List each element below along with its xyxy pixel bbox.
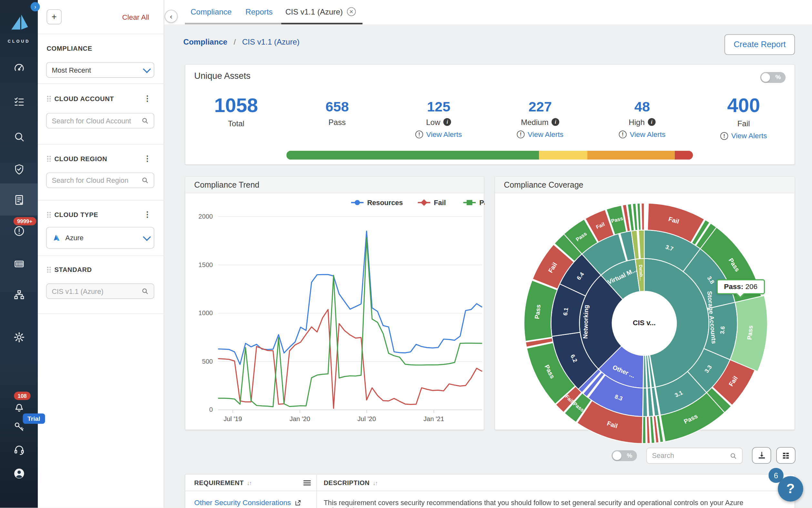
sidebar-item-settings[interactable] bbox=[0, 326, 38, 349]
sidebar-item-compliance[interactable] bbox=[0, 188, 38, 212]
stat-label: Total bbox=[192, 119, 280, 128]
svg-text:2000: 2000 bbox=[198, 213, 213, 220]
cloud-account-search-placeholder: Search for Cloud Account bbox=[52, 117, 141, 125]
standard-search-input[interactable]: CIS v1.1 (Azure) bbox=[46, 284, 154, 299]
add-filter-button[interactable]: + bbox=[46, 9, 62, 25]
view-alerts-link[interactable]: !View Alerts bbox=[395, 130, 483, 138]
breadcrumb-compliance[interactable]: Compliance bbox=[183, 38, 227, 46]
trial-badge: Trial bbox=[23, 413, 45, 424]
sidebar-item-containers[interactable] bbox=[0, 252, 38, 275]
cloud-logo-icon bbox=[7, 12, 31, 36]
download-button[interactable] bbox=[752, 447, 771, 464]
compliance-coverage-header: Compliance Coverage bbox=[495, 177, 794, 193]
compliance-trend-card: Compliance Trend 0500100015002000Jul '19… bbox=[185, 176, 484, 430]
bar-segment-medium bbox=[587, 151, 674, 160]
table-header-row: REQUIREMENT ↓↑ DESCRIPTION ↓↑ bbox=[185, 475, 795, 491]
sort-icon[interactable]: ↓↑ bbox=[373, 480, 377, 486]
alert-circle-icon bbox=[12, 225, 25, 237]
compliance-coverage-sunburst[interactable]: Storage AccountsOther ...NetworkingVirtu… bbox=[495, 193, 796, 449]
breadcrumb-current[interactable]: CIS v1.1 (Azure) bbox=[242, 38, 299, 46]
svg-text:Jan '20: Jan '20 bbox=[289, 415, 310, 422]
table-percent-toggle[interactable]: % bbox=[612, 450, 637, 461]
toggle-knob bbox=[613, 451, 621, 460]
close-tab-icon[interactable]: ✕ bbox=[347, 7, 356, 16]
column-menu-icon[interactable] bbox=[303, 479, 311, 487]
sort-icon[interactable]: ↓↑ bbox=[247, 480, 251, 486]
alert-circle-icon: ! bbox=[517, 130, 524, 138]
cloud-account-menu-button[interactable]: ⋮ bbox=[143, 94, 151, 103]
svg-text:1500: 1500 bbox=[198, 261, 213, 268]
tab-reports[interactable]: Reports bbox=[246, 0, 273, 23]
sidebar-item-checklist[interactable] bbox=[0, 90, 38, 113]
sort-select[interactable]: Most Recent bbox=[46, 62, 154, 78]
percent-symbol: % bbox=[627, 452, 632, 459]
drag-handle-icon[interactable] bbox=[46, 212, 51, 218]
tab-cis-v1-1-azure-[interactable]: CIS v1.1 (Azure)✕ bbox=[285, 0, 356, 23]
view-alerts-link[interactable]: !View Alerts bbox=[700, 131, 788, 140]
create-report-button[interactable]: Create Report bbox=[724, 34, 795, 55]
avatar-icon bbox=[12, 467, 26, 480]
info-icon[interactable]: i bbox=[648, 118, 656, 126]
standard-value: CIS v1.1 (Azure) bbox=[52, 287, 141, 295]
sidebar-item-account[interactable] bbox=[0, 462, 38, 485]
external-link-icon bbox=[295, 499, 301, 506]
cloud-region-menu-button[interactable]: ⋮ bbox=[143, 154, 151, 163]
drag-handle-icon[interactable] bbox=[46, 266, 51, 272]
svg-text:Jul '19: Jul '19 bbox=[224, 415, 242, 422]
stat-total: 1058Total bbox=[192, 94, 280, 128]
columns-button[interactable] bbox=[776, 447, 795, 464]
column-header-description[interactable]: DESCRIPTION ↓↑ bbox=[324, 475, 377, 491]
sidebar-expand-icon[interactable]: › bbox=[31, 2, 40, 11]
gear-icon bbox=[12, 331, 25, 344]
sidebar-item-search[interactable] bbox=[0, 125, 38, 148]
requirement-link[interactable]: Other Security Considerations bbox=[194, 498, 301, 507]
sidebar-item-security[interactable] bbox=[0, 158, 38, 181]
sidebar-item-resources[interactable] bbox=[0, 284, 38, 306]
svg-text:Jan '21: Jan '21 bbox=[423, 415, 444, 422]
cloud-type-menu-button[interactable]: ⋮ bbox=[143, 210, 151, 219]
stat-label: Highi bbox=[598, 118, 686, 126]
table-search-input[interactable]: Search bbox=[647, 448, 743, 464]
percent-toggle[interactable]: % bbox=[760, 72, 786, 83]
view-alerts-link[interactable]: !View Alerts bbox=[496, 130, 584, 138]
bell-icon bbox=[12, 400, 25, 413]
tab-underline-active bbox=[281, 23, 363, 25]
collapse-panel-button[interactable]: ‹ bbox=[164, 10, 178, 23]
sidebar-item-support[interactable] bbox=[0, 438, 38, 461]
notifications-count-badge: 108 bbox=[14, 392, 30, 400]
unique-assets-card: Unique Assets % 1058Total658Pass125Lowi!… bbox=[185, 64, 795, 165]
clear-all-filters-button[interactable]: Clear All bbox=[122, 13, 149, 21]
svg-text:Jul '20: Jul '20 bbox=[357, 415, 376, 422]
sidebar-item-dashboard[interactable] bbox=[0, 56, 38, 79]
filter-panel: + Clear All COMPLIANCE Most Recent CLOUD… bbox=[38, 0, 164, 508]
help-button[interactable]: ? bbox=[778, 476, 803, 502]
cloud-type-select[interactable]: Azure bbox=[46, 227, 154, 249]
info-icon[interactable]: i bbox=[443, 118, 451, 126]
stat-value: 48 bbox=[598, 99, 686, 114]
tab-compliance[interactable]: Compliance bbox=[190, 0, 231, 23]
view-alerts-link[interactable]: !View Alerts bbox=[598, 130, 686, 138]
sidebar: › CLOUD 9999+ bbox=[0, 0, 38, 508]
cloud-account-search-input[interactable]: Search for Cloud Account bbox=[46, 113, 154, 129]
compliance-coverage-card: Compliance Coverage Storage AccountsOthe… bbox=[494, 176, 795, 430]
table-search-placeholder: Search bbox=[652, 452, 730, 460]
info-icon[interactable]: i bbox=[552, 118, 559, 126]
svg-text:3.6: 3.6 bbox=[719, 326, 726, 334]
search-icon bbox=[141, 177, 148, 184]
svg-text:Pass: Pass bbox=[746, 325, 754, 340]
stat-label: Fail bbox=[700, 119, 788, 128]
brand-logo: CLOUD bbox=[0, 12, 38, 44]
columns-icon bbox=[781, 451, 790, 460]
column-header-requirement[interactable]: REQUIREMENT ↓↑ bbox=[194, 475, 252, 491]
compliance-coverage-title: Compliance Coverage bbox=[504, 180, 583, 189]
cloud-region-search-input[interactable]: Search for Cloud Region bbox=[46, 172, 154, 188]
tab-bar: ComplianceReportsCIS v1.1 (Azure)✕ bbox=[164, 0, 812, 24]
drag-handle-icon[interactable] bbox=[46, 155, 51, 162]
azure-logo-icon bbox=[52, 234, 60, 242]
drag-handle-icon[interactable] bbox=[46, 95, 51, 101]
svg-text:1000: 1000 bbox=[198, 309, 213, 316]
stat-low: 125Lowi!View Alerts bbox=[395, 99, 483, 138]
compliance-trend-chart[interactable]: 0500100015002000Jul '19Jan '20Jul '20Jan… bbox=[185, 193, 484, 432]
network-icon bbox=[12, 289, 25, 301]
gauge-icon bbox=[12, 62, 25, 74]
